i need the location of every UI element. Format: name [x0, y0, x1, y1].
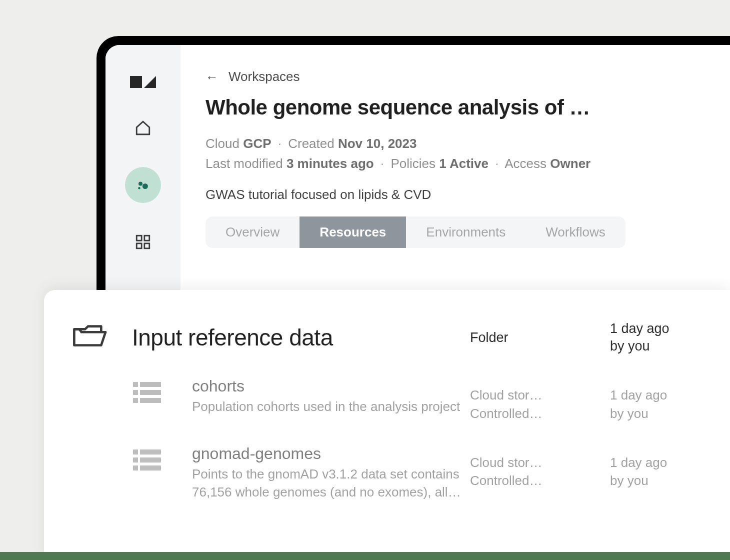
svg-point-1 — [142, 184, 148, 189]
resource-type: Cloud stor… Controlled… — [470, 377, 610, 422]
breadcrumb[interactable]: ← Workspaces — [206, 69, 730, 84]
tab-resources[interactable]: Resources — [300, 216, 406, 248]
sidebar-item-home[interactable] — [125, 110, 161, 146]
svg-rect-6 — [144, 244, 150, 248]
resource-row[interactable]: cohorts Population cohorts used in the a… — [72, 377, 730, 422]
svg-rect-4 — [144, 236, 150, 240]
back-arrow-icon[interactable]: ← — [206, 70, 218, 84]
resource-description: Population cohorts used in the analysis … — [192, 398, 470, 416]
resource-time: 1 day ago by you — [610, 444, 730, 490]
panel-header-row[interactable]: Input reference data Folder 1 day ago by… — [72, 320, 730, 355]
home-icon — [134, 120, 152, 136]
sidebar-item-apps[interactable] — [125, 224, 161, 260]
resource-title: cohorts — [192, 377, 470, 396]
sidebar-item-workspaces[interactable] — [125, 167, 161, 203]
meta-line-2: Last modified 3 minutes ago · Policies 1… — [206, 154, 730, 174]
app-logo-icon — [130, 73, 156, 89]
meta-line-1: Cloud GCP · Created Nov 10, 2023 — [206, 134, 730, 154]
svg-point-2 — [138, 187, 140, 190]
folder-open-icon — [72, 322, 132, 352]
resource-time: 1 day ago by you — [610, 377, 730, 422]
svg-rect-3 — [136, 236, 142, 240]
breadcrumb-label: Workspaces — [228, 69, 300, 84]
storage-icon — [72, 444, 161, 470]
svg-point-0 — [138, 182, 142, 186]
workspaces-dots-icon — [136, 178, 150, 192]
resource-row[interactable]: gnomad-genomes Points to the gnomAD v3.1… — [72, 444, 730, 502]
resource-title: gnomad-genomes — [192, 444, 470, 463]
resource-description: Points to the gnomAD v3.1.2 data set con… — [192, 465, 470, 502]
tabs: Overview Resources Environments Workflow… — [206, 216, 626, 248]
workspace-description: GWAS tutorial focused on lipids & CVD — [206, 187, 730, 202]
panel-type-label: Folder — [470, 330, 610, 346]
svg-rect-5 — [136, 244, 142, 248]
tab-overview[interactable]: Overview — [206, 216, 300, 248]
resource-type: Cloud stor… Controlled… — [470, 444, 610, 490]
storage-icon — [72, 377, 161, 403]
grid-icon — [134, 234, 152, 250]
tab-workflows[interactable]: Workflows — [526, 216, 625, 248]
footer-strip — [0, 552, 730, 560]
panel-title: Input reference data — [132, 324, 470, 351]
tab-environments[interactable]: Environments — [406, 216, 526, 248]
page-title: Whole genome sequence analysis of … — [206, 96, 730, 120]
panel-time: 1 day ago by you — [610, 320, 730, 355]
resource-panel: Input reference data Folder 1 day ago by… — [44, 290, 730, 560]
